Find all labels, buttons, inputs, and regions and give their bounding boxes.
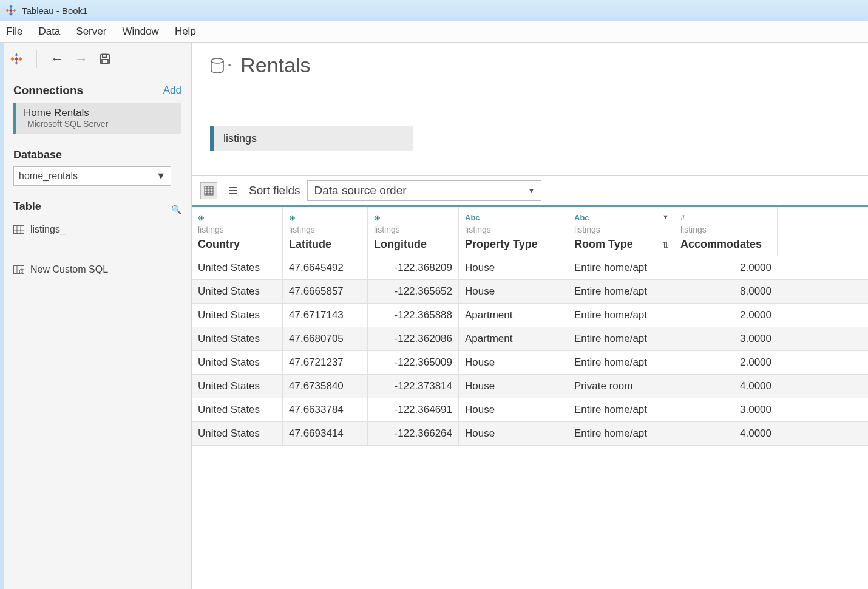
table-cell: United States bbox=[192, 351, 283, 374]
database-dropdown[interactable]: home_rentals ▼ bbox=[13, 166, 171, 186]
table-cell: House bbox=[459, 256, 568, 279]
sort-fields-selected: Data source order bbox=[314, 184, 406, 197]
connection-name: Home Rentals bbox=[24, 107, 175, 119]
table-pill-label: listings bbox=[223, 132, 257, 145]
svg-text:S: S bbox=[21, 270, 23, 273]
table-cell: 8.0000 bbox=[674, 280, 778, 303]
menu-help[interactable]: Help bbox=[175, 26, 196, 38]
database-selected: home_rentals bbox=[19, 171, 78, 182]
menu-window[interactable]: Window bbox=[122, 26, 158, 38]
connection-type: Microsoft SQL Server bbox=[27, 119, 175, 129]
join-canvas[interactable]: listings bbox=[192, 83, 868, 175]
table-cell: 2.0000 bbox=[674, 351, 778, 374]
table-cell: -122.365009 bbox=[368, 351, 459, 374]
grid-header-row: ⊕listingsCountry⊕listingsLatitude⊕listin… bbox=[192, 207, 868, 256]
table-cell: -122.365888 bbox=[368, 304, 459, 327]
table-row[interactable]: United States47.6680705-122.362086Apartm… bbox=[192, 327, 868, 351]
column-name: Room Type bbox=[574, 238, 668, 251]
search-icon[interactable]: 🔍 bbox=[171, 205, 181, 214]
table-pill[interactable]: listings bbox=[210, 126, 413, 151]
svg-rect-22 bbox=[102, 59, 108, 63]
table-row[interactable]: United States47.6721237-122.365009HouseE… bbox=[192, 351, 868, 375]
svg-rect-21 bbox=[103, 54, 107, 57]
globe-icon: ⊕ bbox=[289, 213, 361, 222]
sort-icon[interactable]: ⇅ bbox=[662, 240, 669, 250]
window-title: Tableau - Book1 bbox=[22, 5, 87, 16]
table-cell: -122.364691 bbox=[368, 398, 459, 421]
table-row[interactable]: United States47.6717143-122.365888Apartm… bbox=[192, 304, 868, 327]
grid-body: United States47.6645492-122.368209HouseE… bbox=[192, 256, 868, 446]
table-cell: 47.6680705 bbox=[283, 327, 368, 350]
table-cell: -122.362086 bbox=[368, 327, 459, 350]
column-header[interactable]: ⊕listingsCountry bbox=[192, 207, 283, 256]
separator bbox=[36, 50, 37, 68]
table-cell: 4.0000 bbox=[674, 375, 778, 398]
save-icon[interactable] bbox=[99, 53, 111, 65]
column-source: listings bbox=[198, 225, 276, 234]
table-cell: -122.366264 bbox=[368, 422, 459, 445]
table-cell: 47.6717143 bbox=[283, 304, 368, 327]
chevron-down-icon: ▼ bbox=[528, 186, 535, 195]
column-source: listings bbox=[574, 225, 668, 234]
chevron-down-icon: ▼ bbox=[156, 171, 166, 182]
table-cell: 47.6633784 bbox=[283, 398, 368, 421]
menu-server[interactable]: Server bbox=[76, 26, 106, 38]
column-source: listings bbox=[374, 225, 452, 234]
table-cell: 47.6721237 bbox=[283, 351, 368, 374]
table-icon bbox=[13, 225, 24, 234]
table-item-name: listings_ bbox=[30, 224, 66, 235]
column-name: Longitude bbox=[374, 238, 452, 251]
table-row[interactable]: United States47.6645492-122.368209HouseE… bbox=[192, 256, 868, 280]
table-cell: Private room bbox=[568, 375, 674, 398]
forward-arrow-icon[interactable]: → bbox=[75, 51, 88, 67]
table-label: Table bbox=[13, 200, 41, 213]
column-source: listings bbox=[465, 225, 561, 234]
table-cell: 2.0000 bbox=[674, 256, 778, 279]
sidebar-toolbar: ← → bbox=[4, 43, 191, 75]
table-cell: Entire home/apt bbox=[568, 256, 674, 279]
tableau-logo-icon bbox=[5, 4, 17, 16]
table-row[interactable]: United States47.6693414-122.366264HouseE… bbox=[192, 422, 868, 446]
column-source: listings bbox=[680, 225, 771, 234]
main-area: • Rentals listings bbox=[192, 43, 868, 589]
table-row[interactable]: United States47.6665857-122.365652HouseE… bbox=[192, 280, 868, 304]
column-header[interactable]: #listingsAccommodates bbox=[674, 207, 778, 256]
table-cell: United States bbox=[192, 422, 283, 445]
menu-file[interactable]: File bbox=[6, 26, 22, 38]
svg-point-33 bbox=[211, 58, 223, 63]
add-connection-link[interactable]: Add bbox=[163, 84, 181, 97]
new-custom-sql-label: New Custom SQL bbox=[30, 264, 108, 275]
column-header[interactable]: AbclistingsRoom Type▼⇅ bbox=[568, 207, 674, 256]
list-view-button[interactable] bbox=[225, 182, 242, 199]
connection-item[interactable]: Home Rentals Microsoft SQL Server bbox=[13, 103, 181, 134]
table-cell: Entire home/apt bbox=[568, 327, 674, 350]
table-row[interactable]: United States47.6735840-122.373814HouseP… bbox=[192, 375, 868, 398]
svg-rect-23 bbox=[14, 226, 24, 234]
sort-fields-dropdown[interactable]: Data source order ▼ bbox=[307, 180, 541, 201]
column-name: Country bbox=[198, 238, 276, 251]
grid-icon bbox=[204, 186, 214, 196]
column-header[interactable]: ⊕listingsLongitude bbox=[368, 207, 459, 256]
chevron-down-icon[interactable]: ▼ bbox=[662, 213, 669, 220]
column-header[interactable]: ⊕listingsLatitude bbox=[283, 207, 368, 256]
sidebar: ← → Connections Add Home Rentals Microso… bbox=[4, 43, 192, 589]
datasource-title[interactable]: Rentals bbox=[240, 53, 310, 77]
table-item[interactable]: listings_ bbox=[13, 222, 181, 237]
column-name: Accommodates bbox=[680, 238, 771, 251]
back-arrow-icon[interactable]: ← bbox=[50, 51, 64, 67]
tableau-logo-icon[interactable] bbox=[10, 52, 23, 66]
table-cell: 47.6665857 bbox=[283, 280, 368, 303]
grid-view-button[interactable] bbox=[200, 182, 217, 199]
table-row[interactable]: United States47.6633784-122.364691HouseE… bbox=[192, 398, 868, 422]
table-cell: House bbox=[459, 280, 568, 303]
new-custom-sql[interactable]: S New Custom SQL bbox=[13, 262, 181, 277]
menu-data[interactable]: Data bbox=[38, 26, 60, 38]
table-cell: Entire home/apt bbox=[568, 398, 674, 421]
datasource-header: • Rentals bbox=[192, 43, 868, 83]
table-cell: 47.6735840 bbox=[283, 375, 368, 398]
table-cell: Entire home/apt bbox=[568, 304, 674, 327]
table-cell: 2.0000 bbox=[674, 304, 778, 327]
sort-fields-label: Sort fields bbox=[249, 184, 300, 197]
table-cell: Apartment bbox=[459, 327, 568, 350]
column-header[interactable]: AbclistingsProperty Type bbox=[459, 207, 568, 256]
